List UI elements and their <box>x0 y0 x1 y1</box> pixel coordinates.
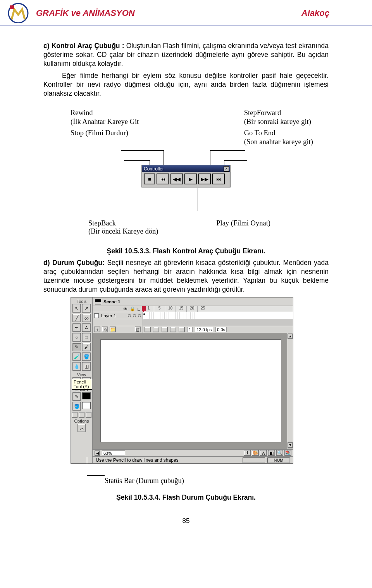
tick-20: 20 <box>186 306 197 312</box>
outline-icon[interactable]: □ <box>138 307 140 311</box>
layers-panel: 👁 🔒 □ Layer 1 + ⎋ 📁 🗑 <box>93 306 143 333</box>
leader-lines-bottom <box>43 188 329 219</box>
status-leader-line <box>71 464 342 477</box>
label-rewind-sub: (İlk Anahtar Kareye Git <box>71 117 139 126</box>
label-rewind-title: Rewind <box>71 108 139 117</box>
tools-label: Tools <box>77 299 87 304</box>
label-gotoend: Go To End <box>244 129 313 138</box>
default-colors-icon[interactable] <box>72 412 78 418</box>
label-stepback-sub: (Bir önceki Kareye dön) <box>88 227 158 236</box>
controller-labels-top: Rewind (İlk Anahtar Kareye Git Stop (Fil… <box>71 108 313 147</box>
lock-icon[interactable]: 🔒 <box>130 306 135 311</box>
controller-panel: Controller × ■ ⏮ ◀◀ ▶ ▶▶ ⏭ <box>141 165 231 187</box>
stroke-pencil-icon[interactable]: ✎ <box>72 392 81 401</box>
add-folder-icon[interactable]: 📁 <box>110 327 116 332</box>
library-panel-icon[interactable]: 📚 <box>284 450 291 456</box>
label-stepback: StepBack (Bir önceki Kareye dön) <box>88 219 158 236</box>
subselect-tool-icon[interactable]: ↗ <box>82 304 91 313</box>
figure-caption-2: Şekil 10.5.3.4. Flash Durum Çubuğu Ekran… <box>43 493 329 502</box>
brush-tool-icon[interactable]: 🖌 <box>82 343 91 351</box>
status-bar: Use the Pencil to draw lines and shapes … <box>93 456 293 463</box>
label-stepfwd: StepForward (Bir sonraki kareye git) Go … <box>244 108 313 147</box>
scroll-down-icon[interactable]: ▼ <box>288 442 293 448</box>
close-icon[interactable]: × <box>224 166 229 172</box>
play-button[interactable]: ▶ <box>184 174 197 184</box>
layer-name: Layer 1 <box>101 313 116 318</box>
stepforward-button[interactable]: ▶▶ <box>198 174 211 184</box>
pencil-mode-icon[interactable] <box>78 424 86 432</box>
controller-diagram: Rewind (İlk Anahtar Kareye Git Stop (Fil… <box>43 108 329 236</box>
elapsed-time: 0.0s <box>215 327 227 332</box>
svg-rect-1 <box>10 5 14 9</box>
swap-colors-icon[interactable] <box>86 412 91 418</box>
tick-5: 5 <box>154 306 165 312</box>
zoom-row: ◀ 63% ℹ 🎨 A ◧ 🔍 📚 <box>93 449 293 456</box>
mixer-panel-icon[interactable]: 🎨 <box>252 450 259 456</box>
para2-lead: d) Durum Çubuğu: <box>43 259 105 266</box>
current-frame: 1 <box>187 327 193 332</box>
controller-buttons: ■ ⏮ ◀◀ ▶ ▶▶ ⏭ <box>142 172 230 186</box>
scene-clapper-icon[interactable] <box>95 299 101 304</box>
options-grid <box>78 424 86 432</box>
info-panel-icon[interactable]: ℹ <box>244 450 251 456</box>
fill-swatch[interactable] <box>82 402 91 409</box>
scroll-up-icon[interactable]: ▲ <box>288 334 293 339</box>
line-tool-icon[interactable]: ╱ <box>72 314 81 322</box>
leader-lines-top <box>43 147 329 165</box>
page-header: GRAFİK ve ANİMASYON Alakoç <box>0 0 372 26</box>
delete-layer-icon[interactable]: 🗑 <box>135 327 141 332</box>
paintbucket-tool-icon[interactable]: 🪣 <box>82 352 91 361</box>
options-label: Options <box>74 419 89 423</box>
colors-grid: ✎ 🪣 <box>72 392 91 411</box>
gotoend-button[interactable]: ⏭ <box>212 174 225 184</box>
oval-tool-icon[interactable]: ○ <box>72 333 81 342</box>
center-frame-icon[interactable] <box>145 327 151 332</box>
eyedropper-tool-icon[interactable]: 💧 <box>72 362 81 371</box>
stroke-swatch[interactable] <box>82 392 91 399</box>
eye-icon[interactable]: 👁 <box>123 307 127 311</box>
instance-panel-icon[interactable]: ◧ <box>268 450 275 456</box>
eraser-tool-icon[interactable]: ◫ <box>82 362 91 371</box>
rect-tool-icon[interactable]: □ <box>82 333 91 342</box>
text-tool-icon[interactable]: A <box>82 323 91 332</box>
doc-title: GRAFİK ve ANİMASYON <box>36 8 135 18</box>
scroll-left-icon[interactable]: ◀ <box>95 450 100 456</box>
label-play: Play (Filmi Oynat) <box>216 219 270 236</box>
zoom-input[interactable]: 63% <box>102 450 125 456</box>
page-number: 85 <box>43 517 329 525</box>
tooltip: Pencil Tool (Y) <box>72 379 92 390</box>
character-panel-icon[interactable]: A <box>260 450 267 456</box>
rewind-button[interactable]: ⏮ <box>157 174 169 184</box>
label-stepback-title: StepBack <box>88 219 158 227</box>
flash-app-screenshot: Tools ↖ ↗ ╱ ᔕ ✒ A ○ □ ✎ 🖌 🧪 🪣 💧 ◫ Pencil… <box>71 297 293 464</box>
stop-button[interactable]: ■ <box>144 174 155 184</box>
controller-labels-bottom: StepBack (Bir önceki Kareye dön) Play (F… <box>88 219 301 236</box>
lasso-tool-icon[interactable]: ᔕ <box>82 314 91 322</box>
modify-onion-icon[interactable] <box>179 327 185 332</box>
header-left: GRAFİK ve ANİMASYON <box>8 3 135 23</box>
paragraph-2: d) Durum Çubuğu: Seçili nesneye ait göre… <box>43 258 329 294</box>
vertical-scrollbar[interactable]: ▲ ▼ <box>287 333 293 449</box>
pencil-tool-icon[interactable]: ✎ <box>72 343 81 351</box>
layer-page-icon <box>94 313 99 318</box>
layer-row[interactable]: Layer 1 <box>93 312 143 319</box>
inkbottle-tool-icon[interactable]: 🧪 <box>72 352 81 361</box>
fill-bucket-icon[interactable]: 🪣 <box>72 402 81 411</box>
edit-frames-icon[interactable] <box>170 327 176 332</box>
frames-row[interactable] <box>143 312 293 319</box>
university-logo-icon <box>8 3 29 23</box>
layers-header: 👁 🔒 □ <box>93 306 143 312</box>
onion-outline-icon[interactable] <box>162 327 168 332</box>
add-guide-icon[interactable]: ⎋ <box>102 327 108 332</box>
layer-tools: + ⎋ 📁 🗑 <box>93 326 143 333</box>
fps-value: 12.0 fps <box>195 327 213 332</box>
no-color-icon[interactable] <box>79 412 84 418</box>
stage-canvas[interactable] <box>100 339 281 442</box>
stepback-button[interactable]: ◀◀ <box>170 174 183 184</box>
onion-skin-icon[interactable] <box>153 327 159 332</box>
pen-tool-icon[interactable]: ✒ <box>72 323 81 332</box>
add-layer-icon[interactable]: + <box>94 327 100 332</box>
movie-explorer-icon[interactable]: 🔍 <box>276 450 283 456</box>
label-stop: Stop (Filmi Durdur) <box>71 129 139 138</box>
arrow-tool-icon[interactable]: ↖ <box>72 304 81 313</box>
